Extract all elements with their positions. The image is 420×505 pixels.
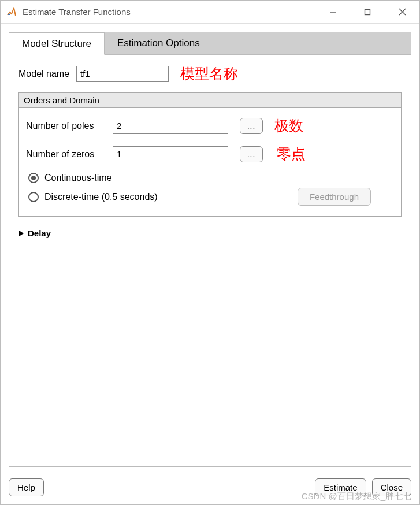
radio-label: Discrete-time (0.5 seconds) <box>44 192 158 202</box>
radio-continuous-time[interactable]: Continuous-time <box>28 173 394 183</box>
help-button[interactable]: Help <box>9 478 44 496</box>
tab-bar: Model Structure Estimation Options <box>9 32 411 55</box>
annotation-zeros: 零点 <box>277 144 306 164</box>
radio-unselected-icon <box>28 192 39 202</box>
zeros-input[interactable] <box>113 146 228 162</box>
tab-model-structure[interactable]: Model Structure <box>9 32 105 55</box>
ellipsis-icon: ... <box>247 150 256 159</box>
close-button[interactable]: Close <box>372 478 411 496</box>
feedthrough-label: Feedthrough <box>310 192 359 202</box>
orders-domain-body: Number of poles ... 极数 Number of zeros .… <box>19 108 401 216</box>
poles-input[interactable] <box>113 118 228 134</box>
close-window-button[interactable] <box>385 1 419 23</box>
tab-label: Estimation Options <box>117 38 200 49</box>
radio-discrete-time[interactable]: Discrete-time (0.5 seconds) <box>28 192 158 202</box>
matlab-icon <box>6 7 17 17</box>
svg-rect-1 <box>365 9 370 14</box>
button-bar: Help Estimate Close <box>1 473 419 504</box>
tab-label: Model Structure <box>22 38 91 50</box>
zeros-browse-button[interactable]: ... <box>240 146 263 162</box>
svg-marker-4 <box>19 231 24 236</box>
button-label: Help <box>17 482 35 492</box>
model-name-input[interactable] <box>76 66 169 82</box>
delay-expander[interactable]: Delay <box>18 228 402 238</box>
radio-label: Continuous-time <box>44 173 112 183</box>
delay-label: Delay <box>28 228 51 238</box>
window: Estimate Transfer Functions Model Struct… <box>0 0 420 505</box>
annotation-model-name: 模型名称 <box>180 64 238 83</box>
time-domain-radio-group: Continuous-time Discrete-time (0.5 secon… <box>26 173 394 206</box>
content-area: Model Structure Estimation Options Model… <box>1 24 419 473</box>
poles-label: Number of poles <box>26 121 113 131</box>
titlebar: Estimate Transfer Functions <box>1 1 419 24</box>
feedthrough-button[interactable]: Feedthrough <box>298 188 371 206</box>
zeros-row: Number of zeros ... 零点 <box>26 144 394 164</box>
model-name-label: Model name <box>18 69 76 79</box>
collapsed-triangle-icon <box>18 230 24 237</box>
maximize-button[interactable] <box>350 1 385 23</box>
ellipsis-icon: ... <box>247 121 256 131</box>
window-controls <box>315 1 419 23</box>
estimate-button[interactable]: Estimate <box>315 478 366 496</box>
annotation-poles: 极数 <box>274 116 303 135</box>
zeros-label: Number of zeros <box>26 149 113 159</box>
minimize-button[interactable] <box>315 1 350 23</box>
tab-estimation-options[interactable]: Estimation Options <box>105 32 213 54</box>
button-label: Close <box>381 482 403 492</box>
model-name-row: Model name 模型名称 <box>18 64 402 83</box>
radio-selected-icon <box>28 173 39 183</box>
button-label: Estimate <box>324 482 357 492</box>
orders-domain-title: Orders and Domain <box>19 93 401 108</box>
poles-browse-button[interactable]: ... <box>240 118 263 134</box>
orders-domain-fieldset: Orders and Domain Number of poles ... 极数… <box>18 92 402 217</box>
tab-panel-model-structure: Model name 模型名称 Orders and Domain Number… <box>9 55 411 467</box>
window-title: Estimate Transfer Functions <box>23 7 315 17</box>
poles-row: Number of poles ... 极数 <box>26 116 394 135</box>
discrete-feedthrough-line: Discrete-time (0.5 seconds) Feedthrough <box>26 188 394 206</box>
